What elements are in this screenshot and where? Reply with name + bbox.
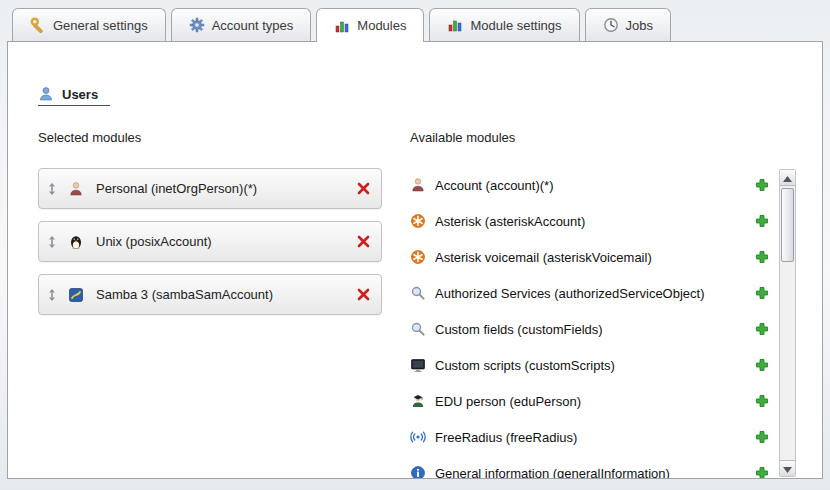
triangle-up-icon: [783, 170, 792, 185]
available-module-label: Asterisk voicemail (asteriskVoicemail): [435, 250, 755, 265]
user-icon: [38, 86, 54, 102]
triangle-down-icon: [783, 461, 792, 476]
wrench-icon: [30, 17, 46, 33]
gear-icon: [189, 17, 205, 33]
modules-columns: Selected modules Personal (inetOrgPerson…: [38, 130, 796, 479]
tab-label: Account types: [212, 18, 294, 33]
available-module-asterisk-voicemail: Asterisk voicemail (asteriskVoicemail): [410, 239, 771, 275]
available-module-asterisk: Asterisk (asteriskAccount): [410, 203, 771, 239]
chart-icon: [334, 18, 350, 34]
available-module-general-information: General information (generalInformation): [410, 455, 771, 479]
add-icon[interactable]: [755, 466, 769, 479]
info-icon: [410, 465, 426, 479]
move-icon[interactable]: [47, 182, 59, 196]
available-module-freeradius: FreeRadius (freeRadius): [410, 419, 771, 455]
add-icon[interactable]: [755, 322, 769, 336]
selected-module-unix: Unix (posixAccount): [38, 221, 382, 262]
available-module-authorized-services: Authorized Services (authorizedServiceOb…: [410, 275, 771, 311]
add-icon[interactable]: [755, 358, 769, 372]
tab-bar: General settings Account types Modules M…: [0, 0, 830, 41]
delete-icon[interactable]: [356, 287, 371, 302]
chart-icon: [447, 17, 463, 33]
available-modules-heading: Available modules: [410, 130, 771, 145]
section-title: Users: [62, 87, 98, 102]
tab-label: Jobs: [626, 18, 653, 33]
tab-label: General settings: [53, 18, 148, 33]
section-users-header: Users: [38, 86, 110, 106]
add-icon[interactable]: [755, 178, 769, 192]
available-module-custom-fields: Custom fields (customFields): [410, 311, 771, 347]
add-icon[interactable]: [755, 250, 769, 264]
scrollbar-thumb[interactable]: [781, 188, 794, 262]
tab-module-settings[interactable]: Module settings: [429, 8, 579, 41]
move-icon[interactable]: [47, 235, 59, 249]
person-icon: [410, 177, 426, 193]
add-icon[interactable]: [755, 286, 769, 300]
tab-modules[interactable]: Modules: [316, 8, 424, 42]
move-icon[interactable]: [47, 288, 59, 302]
tab-account-types[interactable]: Account types: [171, 8, 312, 41]
asterisk-icon: [410, 249, 426, 265]
available-module-edu-person: EDU person (eduPerson): [410, 383, 771, 419]
tab-label: Modules: [357, 18, 406, 33]
available-module-account: Account (account)(*): [410, 167, 771, 203]
available-modules-column: Available modules Account (account)(*) A…: [410, 130, 771, 479]
selected-modules-list: Personal (inetOrgPerson)(*) Unix (posixA…: [38, 168, 382, 315]
selected-module-samba3: Samba 3 (sambaSamAccount): [38, 274, 382, 315]
tab-jobs[interactable]: Jobs: [585, 8, 671, 41]
tab-general-settings[interactable]: General settings: [12, 8, 166, 41]
add-icon[interactable]: [755, 214, 769, 228]
magnifier-icon: [410, 321, 426, 337]
modules-content: Users Selected modules Personal (inetOrg…: [8, 42, 822, 478]
add-icon[interactable]: [755, 394, 769, 408]
selected-modules-heading: Selected modules: [38, 130, 382, 145]
available-module-label: EDU person (eduPerson): [435, 394, 755, 409]
clock-icon: [603, 17, 619, 33]
available-module-label: FreeRadius (freeRadius): [435, 430, 755, 445]
available-module-custom-scripts: Custom scripts (customScripts): [410, 347, 771, 383]
magnifier-icon: [410, 285, 426, 301]
scrollbar[interactable]: [779, 169, 796, 477]
scrollbar-up-button[interactable]: [780, 170, 795, 186]
content-panel: Users Selected modules Personal (inetOrg…: [7, 41, 823, 479]
samba-icon: [68, 287, 84, 303]
radius-icon: [410, 429, 426, 445]
available-module-label: Custom scripts (customScripts): [435, 358, 755, 373]
available-module-label: Account (account)(*): [435, 178, 755, 193]
selected-module-label: Samba 3 (sambaSamAccount): [96, 287, 356, 302]
selected-modules-column: Selected modules Personal (inetOrgPerson…: [38, 130, 382, 479]
edu-person-icon: [410, 393, 426, 409]
delete-icon[interactable]: [356, 234, 371, 249]
available-module-label: Custom fields (customFields): [435, 322, 755, 337]
available-modules-list: Account (account)(*) Asterisk (asteriskA…: [410, 167, 771, 479]
selected-module-label: Unix (posixAccount): [96, 234, 356, 249]
tux-icon: [68, 234, 84, 250]
asterisk-icon: [410, 213, 426, 229]
available-module-label: Authorized Services (authorizedServiceOb…: [435, 286, 755, 301]
delete-icon[interactable]: [356, 181, 371, 196]
script-icon: [410, 357, 426, 373]
tab-label: Module settings: [470, 18, 561, 33]
add-icon[interactable]: [755, 430, 769, 444]
available-module-label: Asterisk (asteriskAccount): [435, 214, 755, 229]
person-icon: [68, 181, 84, 197]
available-module-label: General information (generalInformation): [435, 466, 755, 480]
selected-module-label: Personal (inetOrgPerson)(*): [96, 181, 356, 196]
selected-module-personal: Personal (inetOrgPerson)(*): [38, 168, 382, 209]
scrollbar-down-button[interactable]: [780, 460, 795, 476]
